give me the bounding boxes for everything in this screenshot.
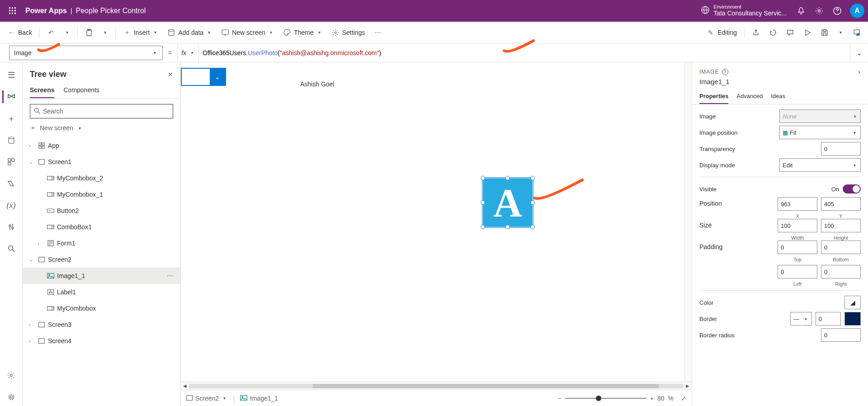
insert-rail-icon[interactable]: ＋	[2, 109, 20, 127]
power-automate-rail-icon[interactable]	[2, 175, 20, 193]
tools-rail-icon[interactable]	[2, 218, 20, 236]
chevron-right-icon[interactable]: ›	[858, 68, 861, 76]
prop-image-value[interactable]: None▾	[779, 109, 861, 123]
notifications-icon[interactable]	[792, 2, 810, 20]
prop-border-style[interactable]: —▾	[790, 312, 812, 326]
scroll-left-icon[interactable]: ◀	[181, 383, 189, 388]
tree-item-form1[interactable]: ›Form1	[23, 235, 180, 251]
zoom-out-icon[interactable]: −	[558, 395, 561, 402]
canvas-combobox[interactable]: ⌄	[181, 68, 226, 86]
prop-color-button[interactable]: ◢	[844, 296, 861, 309]
prop-pad-bottom[interactable]: 0	[821, 241, 861, 254]
tree-item-image1-1[interactable]: Image1_1⋯	[23, 268, 180, 284]
tree-item-screen4[interactable]: ›Screen4	[23, 333, 180, 349]
prop-pad-left[interactable]: 0	[778, 265, 817, 279]
tree-item-screen3[interactable]: ›Screen3	[23, 316, 180, 333]
tab-components[interactable]: Components	[63, 83, 99, 98]
tree-item-combo2[interactable]: MyCombobox_2	[23, 170, 180, 186]
tab-properties[interactable]: Properties	[699, 89, 728, 104]
user-avatar[interactable]: A	[850, 4, 864, 18]
prop-pad-top[interactable]: 0	[778, 241, 817, 254]
info-icon[interactable]: ?	[722, 69, 728, 75]
tree-item-screen1[interactable]: ⌄Screen1	[23, 154, 180, 170]
zoom-slider[interactable]	[565, 398, 646, 399]
undo-button[interactable]: ↶	[43, 26, 59, 39]
tab-advanced[interactable]: Advanced	[736, 89, 763, 104]
canvas-selected-image[interactable]: A	[483, 178, 533, 227]
variables-rail-icon[interactable]: (x)	[2, 196, 20, 214]
paste-dropdown[interactable]: ▾	[99, 27, 112, 38]
publish-button[interactable]	[849, 26, 864, 39]
prop-displaymode-value[interactable]: Edit▾	[779, 158, 861, 172]
prop-pad-right[interactable]: 0	[821, 265, 861, 279]
save-dropdown[interactable]: ▾	[834, 27, 847, 38]
new-screen-button[interactable]: New screen▾	[217, 26, 278, 39]
breadcrumb-control[interactable]: Image1_1	[240, 395, 278, 402]
theme-button[interactable]: Theme▾	[279, 26, 326, 39]
share-button[interactable]	[748, 26, 764, 39]
paste-button[interactable]	[81, 26, 97, 39]
fit-screen-icon[interactable]: ⤢	[681, 395, 686, 402]
tree-view-rail-icon[interactable]	[2, 88, 20, 106]
chevron-down-icon: ▾	[852, 130, 858, 135]
undo-dropdown[interactable]: ▾	[61, 27, 74, 38]
tree-item-mycombobox[interactable]: MyCombobox	[23, 300, 180, 316]
prop-position-y[interactable]: 405	[821, 197, 861, 211]
horizontal-scrollbar[interactable]: ◀ ▶	[181, 382, 692, 390]
media-rail-icon[interactable]	[2, 153, 20, 171]
comments-button[interactable]	[783, 26, 798, 39]
tab-ideas[interactable]: Ideas	[771, 89, 785, 104]
tab-screens[interactable]: Screens	[30, 83, 54, 98]
scroll-right-icon[interactable]: ▶	[684, 383, 692, 388]
tree-item-combobox1[interactable]: ComboBox1	[23, 219, 180, 235]
save-button[interactable]	[817, 26, 832, 39]
app-checker-button[interactable]	[765, 26, 781, 39]
tree-item-label1[interactable]: Label1	[23, 284, 180, 300]
tree-item-app[interactable]: ›App	[23, 137, 180, 154]
help-icon[interactable]	[828, 2, 846, 20]
expand-formula-button[interactable]: ⌄	[850, 43, 868, 62]
prop-transparency-value[interactable]: 0	[821, 142, 861, 156]
tree-item-combo1[interactable]: MyCombobox_1	[23, 186, 180, 203]
prop-size-w[interactable]: 100	[778, 219, 817, 232]
prop-imgpos-value[interactable]: ▦Fit▾	[779, 126, 861, 139]
editing-mode-button[interactable]: ✎Editing	[703, 26, 741, 39]
prop-border-color[interactable]	[844, 312, 861, 326]
prop-position-x[interactable]: 963	[778, 197, 817, 211]
fx-button[interactable]: fx▾	[177, 43, 198, 62]
canvas-label-text[interactable]: Ashish Goel	[300, 80, 334, 88]
design-canvas[interactable]: ⌄ Ashish Goel A	[181, 62, 684, 382]
data-rail-icon[interactable]	[2, 131, 20, 149]
settings-button[interactable]: Settings	[328, 26, 369, 39]
search-rail-icon[interactable]	[2, 240, 20, 258]
app-name[interactable]: Power Apps	[22, 7, 67, 15]
zoom-in-icon[interactable]: +	[650, 395, 654, 402]
tree-item-button2[interactable]: Button2	[23, 203, 180, 219]
close-icon[interactable]: ✕	[168, 71, 173, 78]
add-data-button[interactable]: Add data▾	[164, 26, 216, 39]
zoom-control[interactable]: − + 80 % ⤢	[558, 395, 686, 402]
back-button[interactable]: ←Back	[4, 26, 36, 39]
settings-rail-icon[interactable]	[2, 366, 20, 384]
prop-visible-toggle[interactable]	[843, 184, 861, 194]
prop-border-radius-value[interactable]: 0	[821, 328, 861, 342]
prop-size-h[interactable]: 100	[821, 219, 861, 232]
virtual-agent-rail-icon[interactable]	[2, 388, 20, 406]
breadcrumb-screen[interactable]: Screen2▾	[186, 395, 227, 402]
property-selector[interactable]: Image ▾	[9, 46, 163, 60]
tree-item-screen2[interactable]: ⌄Screen2	[23, 251, 180, 268]
vertical-scrollbar[interactable]	[684, 62, 692, 382]
overflow-button[interactable]: ⋯	[370, 26, 386, 39]
formula-bar[interactable]: Office365Users.UserPhoto("ashish@ashishg…	[198, 43, 850, 62]
prop-border-width[interactable]: 0	[816, 312, 841, 326]
environment-picker[interactable]: Environment Tata Consultancy Servic...	[701, 5, 792, 17]
search-input[interactable]: Search	[30, 104, 173, 118]
control-name[interactable]: Image1_1	[692, 78, 868, 89]
more-icon[interactable]: ⋯	[167, 272, 180, 279]
app-launcher-icon[interactable]	[4, 2, 22, 20]
play-button[interactable]	[800, 26, 815, 39]
hamburger-icon[interactable]: ☰	[2, 66, 20, 84]
settings-gear-icon[interactable]	[810, 2, 828, 20]
insert-button[interactable]: ＋Insert▾	[119, 26, 162, 39]
new-screen-button[interactable]: ＋ New screen ▾	[23, 122, 180, 136]
